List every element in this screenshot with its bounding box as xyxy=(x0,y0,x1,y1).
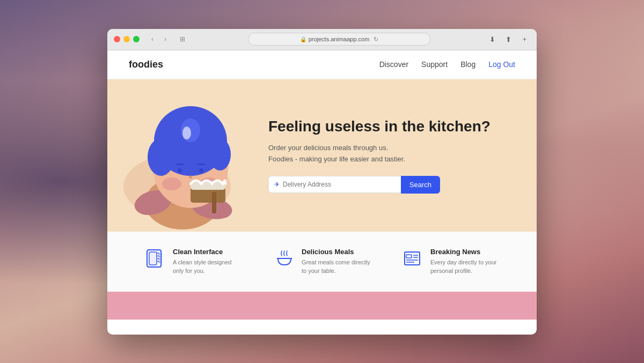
address-text: projects.animaapp.com xyxy=(309,36,370,42)
feature-clean-text: Clean Interface A clean style designed o… xyxy=(173,248,241,276)
maximize-button[interactable] xyxy=(133,36,140,42)
traffic-lights xyxy=(114,36,140,42)
svg-rect-15 xyxy=(197,164,205,165)
svg-point-6 xyxy=(148,138,174,176)
feature-clean-desc: A clean style designed only for you. xyxy=(173,258,241,276)
nav-discover[interactable]: Discover xyxy=(379,60,408,69)
refresh-icon[interactable]: ↻ xyxy=(374,36,378,43)
feature-clean-title: Clean Interface xyxy=(173,248,241,256)
svg-point-9 xyxy=(182,127,191,139)
feature-meals-desc: Great meals come directly to your table. xyxy=(302,258,370,276)
back-button[interactable]: ‹ xyxy=(147,34,158,45)
browser-actions: ⬇ ⬆ ＋ xyxy=(486,33,530,45)
features-grid: Clean Interface A clean style designed o… xyxy=(129,248,515,276)
hero-title: Feeling useless in the kitchen? xyxy=(268,117,515,136)
feature-meals-text: Delicious Meals Great meals come directl… xyxy=(302,248,370,276)
hero-illustration xyxy=(107,79,258,232)
delivery-address-input[interactable] xyxy=(283,181,396,188)
features-section: Clean Interface A clean style designed o… xyxy=(107,232,537,292)
hero-subtitle: Order your delicious meals through us. F… xyxy=(268,143,515,165)
browser-window: ‹ › ⊞ 🔒 projects.animaapp.com ↻ ⬇ ⬆ ＋ fo… xyxy=(107,29,537,335)
new-tab-icon[interactable]: ＋ xyxy=(518,33,530,45)
search-input-wrapper: ✈ xyxy=(268,176,401,193)
share-icon[interactable]: ⬆ xyxy=(502,33,514,45)
svg-rect-27 xyxy=(405,252,420,265)
delicious-meals-icon xyxy=(274,248,295,269)
svg-rect-21 xyxy=(149,252,157,265)
breaking-news-icon xyxy=(402,248,424,269)
svg-point-16 xyxy=(189,175,192,179)
svg-point-7 xyxy=(209,138,231,171)
nav-blog[interactable]: Blog xyxy=(460,60,475,69)
svg-rect-28 xyxy=(406,255,412,258)
feature-breaking-news: Breaking News Every day directly to your… xyxy=(402,248,499,276)
nav-support[interactable]: Support xyxy=(421,60,448,69)
search-button[interactable]: Search xyxy=(401,176,440,194)
nav-logout[interactable]: Log Out xyxy=(488,60,515,69)
minimize-button[interactable] xyxy=(123,36,130,42)
address-bar-container: 🔒 projects.animaapp.com ↻ xyxy=(196,33,482,46)
hero-section: Feeling useless in the kitchen? Order yo… xyxy=(107,79,537,232)
feature-meals-title: Delicious Meals xyxy=(302,248,370,256)
address-bar[interactable]: 🔒 projects.animaapp.com ↻ xyxy=(248,33,430,46)
svg-point-10 xyxy=(162,177,181,190)
character-svg xyxy=(107,79,258,229)
feature-delicious-meals: Delicious Meals Great meals come directl… xyxy=(274,248,370,276)
svg-point-13 xyxy=(199,168,203,173)
search-bar: ✈ Search xyxy=(268,176,440,194)
feature-clean-interface: Clean Interface A clean style designed o… xyxy=(145,248,241,276)
svg-point-12 xyxy=(178,168,182,173)
feature-news-title: Breaking News xyxy=(430,248,499,256)
feature-news-text: Breaking News Every day directly to your… xyxy=(430,248,499,276)
website-content: foodies Discover Support Blog Log Out xyxy=(107,50,537,320)
feature-news-desc: Every day directly to your personal prof… xyxy=(430,258,499,276)
forward-button[interactable]: › xyxy=(160,34,171,45)
site-logo: foodies xyxy=(129,59,163,70)
nav-links: Discover Support Blog Log Out xyxy=(379,60,515,69)
pink-section xyxy=(107,292,537,320)
browser-chrome: ‹ › ⊞ 🔒 projects.animaapp.com ↻ ⬇ ⬆ ＋ xyxy=(107,29,537,50)
location-icon: ✈ xyxy=(274,181,280,188)
site-nav: foodies Discover Support Blog Log Out xyxy=(107,50,537,79)
close-button[interactable] xyxy=(114,36,120,42)
tab-view-button[interactable]: ⊞ xyxy=(177,34,188,45)
lock-icon: 🔒 xyxy=(300,36,306,42)
download-icon[interactable]: ⬇ xyxy=(486,33,498,45)
nav-buttons: ‹ › xyxy=(147,34,171,45)
svg-rect-19 xyxy=(212,192,216,213)
clean-interface-icon xyxy=(145,248,166,269)
hero-content: Feeling useless in the kitchen? Order yo… xyxy=(258,95,537,215)
svg-rect-14 xyxy=(176,164,184,165)
